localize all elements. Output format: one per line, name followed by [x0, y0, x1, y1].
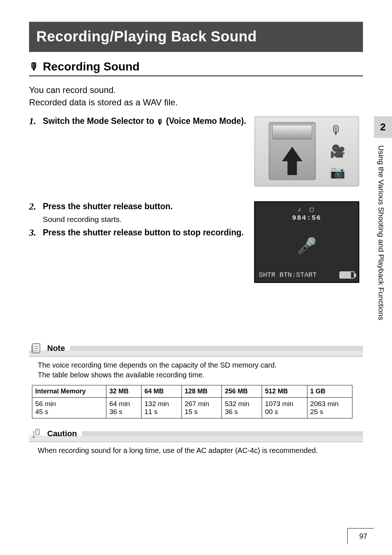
chapter-number: 2 — [380, 121, 386, 133]
mic-icon: 🎙 — [330, 123, 345, 137]
lcd-screen-illustration: ♪ ▢ 984:56 🎤 SHTR BTN:START — [254, 201, 359, 283]
caution-icon — [29, 426, 44, 441]
step-2-title: Press the shutter release button. — [43, 201, 173, 212]
step-2-subtext: Sound recording starts. — [43, 215, 247, 224]
lcd-bottom-text: SHTR BTN:START — [259, 271, 317, 279]
step-1: 1. Switch the Mode Selector to 🎙 (Voice … — [29, 116, 247, 127]
svg-point-5 — [37, 430, 38, 432]
note-body: The voice recording time depends on the … — [38, 360, 363, 380]
intro-line-1: You can record sound. — [29, 84, 363, 96]
section-title-text: Recording Sound — [43, 60, 140, 73]
step-number: 2. — [29, 201, 39, 212]
mic-icon: 🎙 — [156, 118, 164, 126]
table-header: 128 MB — [181, 385, 222, 397]
steps: 1. Switch the Mode Selector to 🎙 (Voice … — [29, 116, 363, 283]
page-title: Recording/Playing Back Sound — [36, 28, 257, 44]
page-title-bar: Recording/Playing Back Sound — [29, 22, 363, 52]
mode-icon-column: 🎙 🎥 📷 — [330, 123, 345, 179]
table-header: 256 MB — [222, 385, 262, 397]
caution-body: When recording sound for a long time, us… — [38, 446, 363, 455]
lcd-time: 984:56 — [259, 214, 355, 222]
step-3: 3. Press the shutter release button to s… — [29, 227, 247, 238]
mode-selector-illustration: 🎙 🎥 📷 — [254, 116, 359, 187]
table-header: 32 MB — [106, 385, 142, 397]
step-1-title: Switch the Mode Selector to 🎙 (Voice Mem… — [43, 116, 246, 127]
chapter-label: Using the Various Shooting and Playback … — [377, 145, 385, 400]
lcd-top-icons: ♪ ▢ — [259, 205, 355, 213]
slider — [269, 122, 316, 180]
table-header: 64 MB — [142, 385, 182, 397]
table-header: 1 GB — [307, 385, 352, 397]
note-icon — [29, 341, 44, 356]
step-3-title: Press the shutter release button to stop… — [43, 227, 244, 238]
intro-text: You can record sound. Recorded data is s… — [29, 84, 363, 109]
chapter-tab: 2 — [374, 116, 392, 138]
step-number: 1. — [29, 116, 39, 127]
manual-page: Recording/Playing Back Sound 🎙 Recording… — [29, 22, 363, 540]
slider-knob — [272, 125, 312, 139]
table-header: Internal Memory — [32, 385, 106, 397]
step-number: 3. — [29, 227, 39, 238]
up-arrow-icon — [282, 147, 302, 161]
recording-time-table: Internal Memory 32 MB 64 MB 128 MB 256 M… — [32, 385, 352, 418]
battery-icon — [339, 271, 355, 279]
table-header: 512 MB — [262, 385, 307, 397]
intro-line-2: Recorded data is stored as a WAV file. — [29, 97, 363, 108]
caution-block: Caution When recording sound for a long … — [29, 426, 363, 455]
note-title: Note — [47, 344, 65, 353]
step-2: 2. Press the shutter release button. — [29, 201, 247, 212]
lcd-mic-icon: 🎤 — [259, 236, 355, 256]
page-number: 97 — [347, 528, 374, 544]
camera-icon: 📷 — [330, 165, 345, 179]
svg-rect-4 — [36, 429, 40, 435]
mic-icon: 🎙 — [29, 62, 39, 72]
video-icon: 🎥 — [330, 144, 345, 158]
note-block: Note The voice recording time depends on… — [29, 341, 363, 418]
caution-title: Caution — [47, 429, 77, 438]
table-row: 56 min45 s 64 min36 s 132 min11 s 267 mi… — [32, 397, 352, 418]
section-heading: 🎙 Recording Sound — [29, 60, 363, 76]
